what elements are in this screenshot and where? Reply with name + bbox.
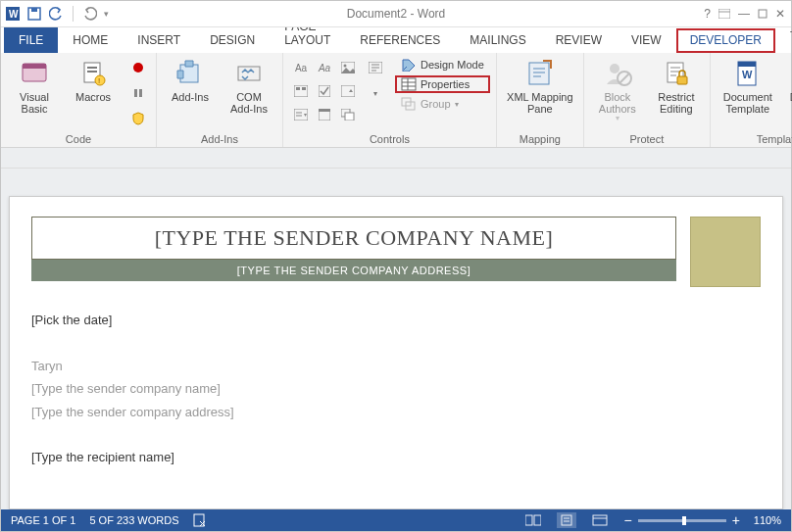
help-icon[interactable]: ?	[704, 7, 711, 21]
svg-rect-12	[87, 71, 97, 73]
dropdown-control-icon[interactable]	[289, 103, 313, 126]
zoom-out-icon[interactable]: −	[623, 512, 631, 528]
record-macro-icon[interactable]	[126, 56, 150, 79]
zoom-track[interactable]	[638, 519, 726, 522]
group-label-protect: Protect	[590, 131, 704, 145]
svg-point-21	[344, 65, 347, 68]
group-templates: W Document Template Document Panel Templ…	[711, 53, 792, 147]
tab-review[interactable]: REVIEW	[541, 27, 617, 53]
plain-text-control-icon[interactable]: Aa	[313, 56, 336, 79]
undo-icon[interactable]	[48, 6, 64, 22]
sender-address-ph[interactable]: [Type the sender company address]	[31, 401, 676, 423]
tab-view[interactable]: VIEW	[617, 27, 676, 53]
group-label-controls: Controls	[289, 131, 490, 145]
word-window: W ▾ Document2 - Word ? — ✕ FILE HOME INS…	[0, 0, 792, 532]
sender-company-placeholder[interactable]: [TYPE THE SENDER COMPANY NAME]	[31, 217, 676, 260]
status-words[interactable]: 5 OF 233 WORDS	[89, 514, 178, 526]
minimize-icon[interactable]: —	[738, 7, 750, 21]
restrict-editing-button[interactable]: Restrict Editing	[649, 56, 704, 115]
repeating-control-icon[interactable]	[336, 103, 360, 126]
svg-rect-4	[718, 9, 730, 19]
pause-macro-icon[interactable]	[126, 81, 150, 105]
tab-insert[interactable]: INSERT	[123, 27, 195, 53]
svg-rect-22	[294, 85, 308, 97]
svg-rect-35	[402, 78, 416, 90]
svg-rect-16	[134, 89, 137, 97]
group-controls: Aa Aa ▾ Design Mode	[283, 53, 497, 147]
design-mode-button[interactable]: Design Mode	[395, 56, 490, 73]
com-addins-icon	[233, 58, 265, 89]
svg-text:W: W	[9, 9, 19, 20]
document-panel-button[interactable]: Document Panel	[783, 56, 792, 115]
svg-rect-26	[341, 85, 355, 97]
xml-mapping-icon	[524, 58, 556, 89]
combobox-control-icon[interactable]	[336, 79, 360, 103]
rich-text-control-icon[interactable]: Aa	[289, 56, 313, 79]
ribbon-tabs: FILE HOME INSERT DESIGN PAGE LAYOUT REFE…	[1, 27, 791, 53]
legacy-tools-icon[interactable]	[364, 56, 387, 79]
document-page[interactable]: [TYPE THE SENDER COMPANY NAME] [TYPE THE…	[9, 196, 783, 509]
status-page[interactable]: PAGE 1 OF 1	[11, 514, 75, 526]
block-authors-button[interactable]: Block Authors▾	[590, 56, 645, 123]
addins-button[interactable]: Add-Ins	[163, 56, 218, 103]
zoom-slider[interactable]: − +	[623, 512, 739, 528]
word-app-icon[interactable]: W	[5, 6, 21, 22]
recipient-name-ph[interactable]: [Type the recipient name]	[31, 446, 676, 468]
svg-rect-54	[534, 515, 541, 525]
maximize-icon[interactable]	[758, 9, 767, 19]
tab-home[interactable]: HOME	[58, 27, 123, 53]
print-layout-icon[interactable]	[557, 512, 576, 528]
properties-icon	[401, 77, 417, 91]
building-block-control-icon[interactable]	[289, 79, 313, 103]
svg-rect-3	[31, 8, 37, 12]
tab-references[interactable]: REFERENCES	[345, 27, 455, 53]
svg-rect-19	[238, 67, 260, 80]
sender-address-bar[interactable]: [TYPE THE SENDER COMPANY ADDRESS]	[31, 260, 676, 281]
svg-text:W: W	[742, 69, 753, 80]
document-body[interactable]: [Pick the date] Taryn [Type the sender c…	[31, 309, 676, 469]
checkbox-control-icon[interactable]	[313, 79, 336, 103]
svg-rect-25	[319, 85, 330, 97]
status-bar: PAGE 1 OF 1 5 OF 233 WORDS − + 110%	[1, 509, 791, 531]
svg-rect-48	[738, 62, 756, 67]
macro-security-icon[interactable]	[126, 107, 150, 130]
group-code: Visual Basic ! Macros Code	[1, 53, 157, 147]
restrict-editing-icon	[661, 58, 692, 89]
ribbon-display-icon[interactable]	[718, 9, 730, 19]
tab-developer[interactable]: DEVELOPER	[676, 28, 775, 53]
visual-basic-button[interactable]: Visual Basic	[7, 56, 62, 115]
web-layout-icon[interactable]	[590, 512, 610, 528]
picture-control-icon[interactable]	[336, 56, 360, 79]
svg-rect-53	[525, 515, 532, 525]
horizontal-ruler[interactable]	[1, 148, 791, 169]
group-mapping: XML Mapping Pane Mapping	[497, 53, 584, 147]
macros-button[interactable]: ! Macros	[66, 56, 121, 103]
read-mode-icon[interactable]	[523, 512, 543, 528]
tab-file[interactable]: FILE	[4, 27, 58, 53]
addins-icon	[174, 58, 206, 89]
zoom-level[interactable]: 110%	[754, 514, 781, 526]
author-name[interactable]: Taryn	[31, 355, 676, 377]
group-button[interactable]: Group▾	[395, 95, 490, 113]
document-template-button[interactable]: W Document Template	[717, 56, 779, 115]
com-addins-button[interactable]: COM Add-Ins	[222, 56, 276, 115]
legacy-tools-dropdown-icon[interactable]: ▾	[364, 81, 387, 105]
svg-rect-17	[139, 89, 142, 97]
save-icon[interactable]	[26, 6, 42, 22]
redo-icon[interactable]	[82, 6, 98, 22]
date-control-icon[interactable]	[313, 103, 336, 126]
close-icon[interactable]: ✕	[775, 7, 785, 21]
sender-company-ph[interactable]: [Type the sender company name]	[31, 377, 676, 400]
xml-mapping-pane-button[interactable]: XML Mapping Pane	[503, 56, 577, 115]
tab-mailings[interactable]: MAILINGS	[455, 27, 540, 53]
title-bar: W ▾ Document2 - Word ? — ✕	[1, 1, 791, 27]
zoom-in-icon[interactable]: +	[732, 512, 740, 528]
group-icon	[401, 97, 417, 111]
svg-rect-6	[759, 10, 767, 18]
qat-customize-icon[interactable]: ▾	[104, 9, 109, 19]
proofing-icon[interactable]	[193, 513, 209, 527]
tab-design[interactable]: DESIGN	[195, 27, 270, 53]
date-placeholder[interactable]: [Pick the date]	[31, 309, 676, 331]
document-area[interactable]: [TYPE THE SENDER COMPANY NAME] [TYPE THE…	[1, 169, 791, 509]
properties-button[interactable]: Properties	[395, 75, 490, 93]
